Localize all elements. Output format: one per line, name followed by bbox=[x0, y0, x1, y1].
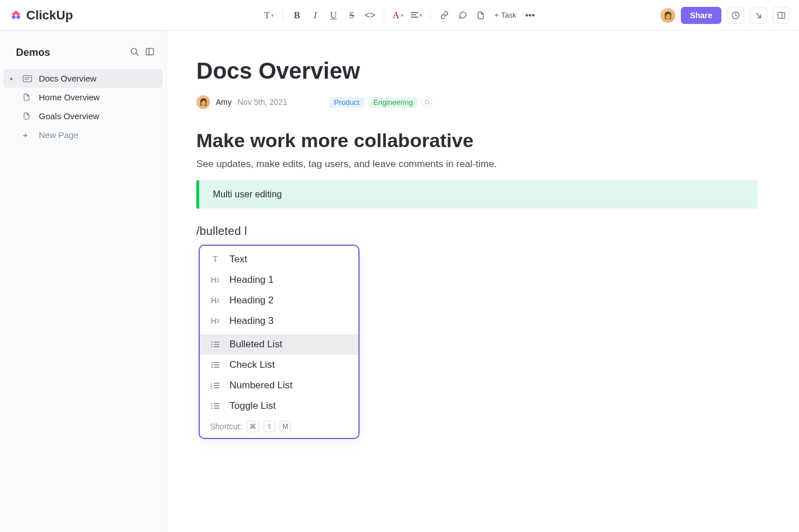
sidebar-item-goals-overview[interactable]: ▸ Goals Overview bbox=[3, 107, 163, 125]
author-name: Amy bbox=[216, 98, 232, 107]
sidebar-title: Demos bbox=[16, 47, 50, 59]
more-button[interactable]: ••• bbox=[522, 7, 538, 23]
code-button[interactable]: <> bbox=[362, 7, 378, 23]
menu-item-bulleted-list[interactable]: Bulleted List bbox=[200, 334, 358, 355]
panel-toggle-button[interactable] bbox=[773, 7, 790, 24]
kbd-m: M bbox=[280, 421, 291, 432]
tag-engineering[interactable]: Engineering bbox=[369, 97, 417, 108]
document-date: Nov 5th, 2021 bbox=[237, 98, 287, 107]
doc-landscape-icon bbox=[23, 75, 32, 82]
clock-icon bbox=[731, 11, 740, 20]
callout-text: Multi user editing bbox=[213, 189, 282, 199]
align-left-icon bbox=[410, 11, 418, 19]
menu-item-numbered-list[interactable]: 123 Numbered List bbox=[200, 375, 358, 396]
sidebar-item-label: Goals Overview bbox=[39, 111, 99, 121]
toggle-list-icon bbox=[210, 403, 220, 409]
bold-button[interactable]: B bbox=[289, 7, 305, 23]
panel-icon bbox=[777, 11, 786, 20]
h1-icon: H1 bbox=[210, 275, 220, 285]
sidebar-item-docs-overview[interactable]: ▸ Docs Overview bbox=[3, 69, 163, 88]
text-color-button[interactable]: A▾ bbox=[390, 7, 406, 23]
page-title[interactable]: Docs Overview bbox=[196, 58, 758, 84]
collapse-sidebar-button[interactable] bbox=[145, 47, 155, 59]
plus-icon: + bbox=[494, 11, 499, 19]
page-icon bbox=[23, 93, 32, 101]
kbd-shift: ⇧ bbox=[264, 421, 275, 432]
underline-button[interactable]: U bbox=[325, 7, 341, 23]
slash-command-menu: T Text H1 Heading 1 H2 Heading 2 H3 Head… bbox=[199, 245, 360, 439]
text-icon: T bbox=[210, 255, 220, 264]
add-task-button[interactable]: + Task bbox=[491, 11, 519, 19]
svg-point-7 bbox=[211, 346, 212, 347]
text-style-button[interactable]: T▾ bbox=[261, 7, 277, 23]
menu-item-heading-1[interactable]: H1 Heading 1 bbox=[200, 270, 358, 290]
svg-point-2 bbox=[131, 48, 137, 54]
document-area[interactable]: Docs Overview 👩 Amy Nov 5th, 2021 Produc… bbox=[167, 31, 799, 532]
page-button[interactable] bbox=[473, 7, 489, 23]
caret-right-icon: ▸ bbox=[10, 75, 16, 82]
slash-command-input[interactable]: /bulleted l bbox=[196, 225, 758, 238]
chevron-down-icon: ▾ bbox=[271, 13, 274, 18]
author-avatar[interactable]: 👩 bbox=[196, 95, 210, 109]
menu-item-toggle-list[interactable]: Toggle List bbox=[200, 396, 358, 416]
topbar-right: 👩 Share bbox=[660, 7, 790, 24]
menu-item-check-list[interactable]: Check List bbox=[200, 355, 358, 375]
document-heading[interactable]: Make work more collaborative bbox=[196, 129, 758, 152]
avatar[interactable]: 👩 bbox=[660, 8, 675, 23]
new-page-label: New Page bbox=[39, 130, 78, 140]
svg-point-11 bbox=[211, 403, 212, 404]
kbd-cmd: ⌘ bbox=[247, 421, 259, 432]
document-meta: 👩 Amy Nov 5th, 2021 Product Engineering bbox=[196, 95, 758, 109]
page-icon bbox=[23, 112, 32, 120]
export-button[interactable] bbox=[750, 7, 767, 24]
formatting-toolbar: T▾ B I U S <> A▾ ▾ + Task ••• bbox=[261, 7, 538, 23]
logo[interactable]: ClickUp bbox=[9, 8, 73, 23]
menu-separator bbox=[200, 332, 358, 333]
menu-item-heading-2[interactable]: H2 Heading 2 bbox=[200, 290, 358, 311]
document-paragraph[interactable]: See updates, make edits, tag users, and … bbox=[196, 159, 758, 170]
share-button[interactable]: Share bbox=[681, 7, 721, 24]
sidebar: Demos ▸ Docs Overview ▸ Home Overview ▸ … bbox=[0, 31, 167, 532]
new-page-button[interactable]: ▸ + New Page bbox=[3, 125, 163, 144]
history-button[interactable] bbox=[727, 7, 744, 24]
svg-point-5 bbox=[211, 342, 212, 343]
comment-icon bbox=[458, 11, 467, 19]
numbered-list-icon: 123 bbox=[210, 382, 220, 389]
callout-block[interactable]: Multi user editing bbox=[196, 180, 758, 209]
refresh-icon bbox=[424, 99, 430, 105]
logo-text: ClickUp bbox=[26, 8, 73, 23]
h3-icon: H3 bbox=[210, 316, 220, 326]
search-button[interactable] bbox=[130, 47, 139, 59]
align-button[interactable]: ▾ bbox=[408, 7, 424, 23]
svg-point-12 bbox=[211, 405, 212, 407]
chevron-down-icon: ▾ bbox=[401, 13, 403, 18]
search-icon bbox=[130, 47, 139, 56]
svg-rect-3 bbox=[146, 48, 154, 55]
svg-point-6 bbox=[211, 344, 212, 345]
topbar: ClickUp T▾ B I U S <> A▾ ▾ + Task ••• bbox=[0, 0, 799, 31]
sidebar-collapse-icon bbox=[145, 47, 155, 56]
check-list-icon bbox=[210, 362, 220, 368]
link-button[interactable] bbox=[436, 7, 452, 23]
comment-button[interactable] bbox=[454, 7, 470, 23]
menu-shortcut-hint: Shortcut: ⌘ ⇧ M bbox=[200, 416, 358, 434]
svg-text:3: 3 bbox=[211, 386, 212, 389]
italic-button[interactable]: I bbox=[307, 7, 323, 23]
svg-rect-4 bbox=[23, 75, 32, 82]
add-tag-button[interactable] bbox=[422, 97, 432, 107]
download-icon bbox=[754, 11, 763, 20]
page-icon bbox=[477, 11, 485, 19]
menu-item-text[interactable]: T Text bbox=[200, 249, 358, 270]
tag-product[interactable]: Product bbox=[329, 97, 364, 108]
plus-icon: + bbox=[23, 130, 32, 140]
sidebar-item-label: Home Overview bbox=[39, 92, 100, 102]
sidebar-item-label: Docs Overview bbox=[39, 74, 96, 83]
sidebar-header: Demos bbox=[0, 47, 166, 59]
strikethrough-button[interactable]: S bbox=[344, 7, 360, 23]
chevron-down-icon: ▾ bbox=[419, 13, 422, 18]
menu-item-heading-3[interactable]: H3 Heading 3 bbox=[200, 311, 358, 331]
bulleted-list-icon bbox=[210, 341, 220, 348]
tag-list: Product Engineering bbox=[329, 97, 432, 108]
sidebar-item-home-overview[interactable]: ▸ Home Overview bbox=[3, 88, 163, 107]
toolbar-separator bbox=[430, 10, 430, 21]
